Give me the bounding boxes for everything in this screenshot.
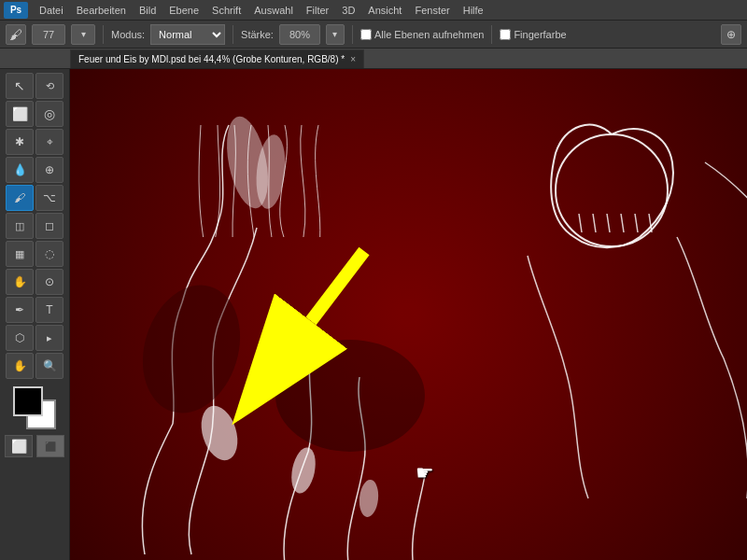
- quick-mask-area: ⬜ ⬛: [5, 435, 64, 457]
- tool-row-3: ✱ ⌖: [6, 129, 63, 155]
- divider-2: [233, 25, 233, 44]
- fingerfarbe-label: Fingerfarbe: [514, 29, 566, 40]
- crop-tool[interactable]: ⌖: [35, 129, 63, 155]
- brush-preset-icon[interactable]: ▾: [71, 24, 95, 45]
- artboard-tool[interactable]: ⟲: [35, 73, 63, 99]
- menu-ansicht[interactable]: Ansicht: [362, 3, 407, 18]
- divider-3: [352, 25, 353, 44]
- alle-ebenen-checkbox[interactable]: [360, 29, 372, 40]
- document-tab[interactable]: Feuer und Eis by MDl.psd bei 44,4% (Grob…: [70, 49, 364, 68]
- brush-tool-icon[interactable]: 🖌: [6, 24, 26, 45]
- hand-tool[interactable]: ✋: [6, 353, 34, 379]
- tab-bar: Feuer und Eis by MDl.psd bei 44,4% (Grob…: [0, 49, 747, 69]
- staerke-value[interactable]: 80%: [279, 24, 320, 45]
- tool-row-1: ↖ ⟲: [6, 73, 63, 99]
- divider-4: [491, 25, 492, 44]
- smudge-tool[interactable]: ⊙: [35, 269, 63, 295]
- options-toolbar: 🖌 77 ▾ Modus: Normal Multiplizieren Aufh…: [0, 21, 747, 49]
- modus-label: Modus:: [111, 29, 145, 40]
- tool-row-9: ✒ T: [6, 297, 63, 323]
- tool-row-11: ✋ 🔍: [6, 353, 63, 379]
- modus-select[interactable]: Normal Multiplizieren Aufhellen: [150, 24, 225, 45]
- divider-1: [103, 25, 104, 44]
- color-swatches: [13, 386, 56, 429]
- menu-3d[interactable]: 3D: [336, 3, 360, 18]
- zoom-tool[interactable]: 🔍: [35, 353, 63, 379]
- canvas-area[interactable]: ☛: [70, 69, 747, 560]
- menu-schrift[interactable]: Schrift: [206, 3, 247, 18]
- menu-fenster[interactable]: Fenster: [409, 3, 455, 18]
- menu-bild[interactable]: Bild: [134, 3, 162, 18]
- tool-row-2: ⬜ ◎: [6, 101, 63, 127]
- tab-title: Feuer und Eis by MDl.psd bei 44,4% (Grob…: [78, 54, 345, 64]
- artwork-canvas: [70, 69, 747, 560]
- brush-size-display[interactable]: 77: [32, 24, 65, 45]
- menu-datei[interactable]: Datei: [34, 3, 69, 18]
- tab-close-button[interactable]: ×: [350, 54, 356, 64]
- fingerfarbe-group: Fingerfarbe: [500, 29, 566, 40]
- spot-heal-tool[interactable]: ⊕: [35, 157, 63, 183]
- tool-row-10: ⬡ ▸: [6, 325, 63, 351]
- brush-tool[interactable]: 🖌: [6, 185, 34, 211]
- path-select-tool[interactable]: ▸: [35, 325, 63, 351]
- menu-hilfe[interactable]: Hilfe: [458, 3, 489, 18]
- menu-ebene[interactable]: Ebene: [163, 3, 204, 18]
- pen-tool[interactable]: ✒: [6, 297, 34, 323]
- clone-tool[interactable]: ⌥: [35, 185, 63, 211]
- menu-bearbeiten[interactable]: Bearbeiten: [71, 3, 132, 18]
- tool-row-7: ▦ ◌: [6, 241, 63, 267]
- lasso-tool[interactable]: ◎: [35, 101, 63, 127]
- gradient-tool[interactable]: ▦: [6, 241, 34, 267]
- blur-tool[interactable]: ◌: [35, 241, 63, 267]
- tool-row-6: ◫ ◻: [6, 213, 63, 239]
- standard-mode-btn[interactable]: ⬜: [5, 435, 33, 457]
- ps-logo: Ps: [4, 2, 28, 19]
- text-tool[interactable]: T: [35, 297, 63, 323]
- foreground-color-swatch[interactable]: [13, 386, 43, 416]
- fingerfarbe-checkbox[interactable]: [500, 29, 511, 40]
- move-tool[interactable]: ↖: [6, 73, 34, 99]
- tool-row-8: ✋ ⊙: [6, 269, 63, 295]
- shape-tool[interactable]: ⬡: [6, 325, 34, 351]
- eraser-tool[interactable]: ◻: [35, 213, 63, 239]
- magic-wand-tool[interactable]: ✱: [6, 129, 34, 155]
- tool-row-4: 💧 ⊕: [6, 157, 63, 183]
- menu-filter[interactable]: Filter: [301, 3, 334, 18]
- eyedropper-tool[interactable]: 💧: [6, 157, 34, 183]
- menu-bar: Ps Datei Bearbeiten Bild Ebene Schrift A…: [0, 0, 747, 21]
- staerke-label: Stärke:: [241, 29, 274, 40]
- menu-auswahl[interactable]: Auswahl: [248, 3, 299, 18]
- history-tool[interactable]: ◫: [6, 213, 34, 239]
- extra-options-icon[interactable]: ⊕: [721, 24, 741, 45]
- tool-row-5: 🖌 ⌥: [6, 185, 63, 211]
- quick-mask-btn[interactable]: ⬛: [36, 435, 64, 457]
- tools-panel: ↖ ⟲ ⬜ ◎ ✱ ⌖ 💧 ⊕ 🖌 ⌥ ◫ ◻ ▦ ◌: [0, 69, 70, 560]
- alle-ebenen-group: Alle Ebenen aufnehmen: [360, 29, 484, 40]
- staerke-slider-icon[interactable]: ▾: [326, 24, 345, 45]
- alle-ebenen-label: Alle Ebenen aufnehmen: [374, 29, 484, 40]
- dodge-tool[interactable]: ✋: [6, 269, 34, 295]
- marquee-tool[interactable]: ⬜: [6, 101, 34, 127]
- main-area: ↖ ⟲ ⬜ ◎ ✱ ⌖ 💧 ⊕ 🖌 ⌥ ◫ ◻ ▦ ◌: [0, 69, 747, 560]
